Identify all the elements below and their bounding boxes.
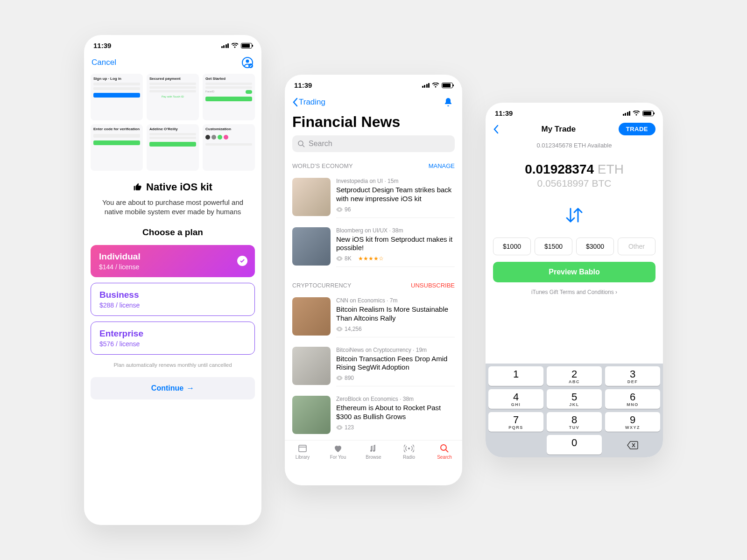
preview-grid: Sign up · Log in Secured paymentPay with… — [84, 74, 261, 171]
news-item[interactable]: ZeroBlock on Economics · 38m Ethereum is… — [285, 391, 462, 440]
news-item[interactable]: Investopedia on UI · 15m Setproduct Desi… — [285, 173, 462, 223]
chip-other[interactable]: Other — [618, 238, 655, 255]
preview-card: Secured paymentPay with Touch ID — [147, 74, 199, 120]
plan-business[interactable]: Business $288 / license — [91, 283, 255, 316]
page-title: Native iOS kit — [84, 181, 261, 193]
search-icon — [298, 140, 305, 147]
key-1[interactable]: 1 — [488, 366, 543, 386]
nav-bar: Cancel — [84, 51, 261, 74]
cancel-button[interactable]: Cancel — [92, 58, 116, 67]
section-header: CRYPTOCURRENCY UNSUBSCRIBE — [285, 272, 462, 293]
chip-1000[interactable]: $1000 — [493, 238, 531, 255]
plan-footer: Plan automatically renews monthly until … — [84, 362, 261, 368]
rating-stars: ★★★★☆ — [358, 255, 384, 262]
trade-button[interactable]: TRADE — [619, 123, 655, 135]
chip-1500[interactable]: $1500 — [535, 238, 572, 255]
svg-point-5 — [370, 450, 372, 452]
key-blank — [488, 435, 543, 455]
primary-amount: 0.01928374 ETH — [486, 162, 663, 177]
phone-trade: 11:39 My Trade TRADE 0.012345678 ETH Ava… — [486, 103, 663, 457]
plan-enterprise[interactable]: Enterprise $576 / license — [91, 322, 255, 355]
preview-card: Enter code for verification — [91, 124, 143, 171]
check-icon — [237, 256, 247, 266]
profile-icon[interactable] — [241, 56, 254, 69]
signal-icon — [623, 111, 631, 116]
key-9[interactable]: 9WXYZ — [605, 412, 660, 432]
signal-icon — [221, 43, 229, 48]
key-2[interactable]: 2ABC — [547, 366, 602, 386]
chip-3000[interactable]: $3000 — [576, 238, 614, 255]
status-bar: 11:39 — [285, 75, 462, 91]
key-4[interactable]: 4GHI — [488, 389, 543, 409]
tab-library[interactable]: Library — [285, 443, 320, 460]
svg-point-1 — [246, 60, 249, 63]
status-time: 11:39 — [294, 81, 312, 89]
tab-browse[interactable]: Browse — [356, 443, 391, 460]
key-backspace[interactable] — [605, 435, 660, 455]
key-3[interactable]: 3DEF — [605, 366, 660, 386]
plan-individual[interactable]: Individual $144 / license — [91, 245, 255, 277]
news-thumb — [292, 396, 331, 434]
nav-bar: Trading — [285, 91, 462, 113]
section-header: WORLD'S ECONOMY MANAGE — [285, 152, 462, 173]
eye-icon — [336, 425, 343, 430]
search-input[interactable]: Search — [292, 135, 455, 152]
back-chevron-icon[interactable] — [493, 125, 499, 134]
chevron-left-icon — [292, 98, 298, 107]
wifi-icon — [633, 111, 640, 116]
manage-button[interactable]: MANAGE — [429, 162, 455, 169]
tab-bar: Library For You Browse Radio Search — [285, 440, 462, 464]
unsubscribe-button[interactable]: UNSUBSCRIBE — [411, 282, 455, 289]
description: You are about to purchase most powerful … — [84, 193, 261, 217]
continue-button[interactable]: Continue → — [91, 377, 255, 399]
key-0[interactable]: 0 — [547, 435, 602, 455]
status-time: 11:39 — [495, 109, 513, 117]
status-bar: 11:39 — [84, 35, 261, 51]
back-button[interactable]: Trading — [292, 98, 325, 107]
bell-icon[interactable] — [442, 96, 455, 109]
available-balance: 0.012345678 ETH Available — [486, 142, 663, 149]
svg-point-6 — [373, 450, 375, 452]
amount-chips: $1000 $1500 $3000 Other — [486, 238, 663, 255]
backspace-icon — [627, 441, 639, 450]
tab-for-you[interactable]: For You — [320, 443, 356, 460]
news-item[interactable]: CNN on Economics · 7m Bitcoin Realism Is… — [285, 293, 462, 342]
preview-card: Customization — [203, 124, 255, 171]
key-7[interactable]: 7PQRS — [488, 412, 543, 432]
wifi-icon — [231, 43, 239, 49]
battery-icon — [241, 43, 252, 49]
page-title: Financial News — [285, 113, 462, 131]
key-6[interactable]: 6MNO — [605, 389, 660, 409]
preview-card: Sign up · Log in — [91, 74, 143, 120]
eye-icon — [336, 256, 343, 261]
thumbs-up-icon — [133, 182, 142, 192]
news-item[interactable]: BitcoiNews on Cryptocurrency · 19m Bitco… — [285, 342, 462, 392]
svg-point-7 — [408, 448, 410, 449]
tab-search[interactable]: Search — [427, 443, 462, 460]
trade-header: My Trade TRADE — [486, 119, 663, 139]
svg-point-8 — [441, 445, 446, 450]
news-thumb — [292, 227, 331, 266]
news-item[interactable]: Bloomberg on UI/UX · 38m New iOS kit fro… — [285, 223, 462, 272]
numeric-keypad: 1 2ABC 3DEF 4GHI 5JKL 6MNO 7PQRS 8TUV 9W… — [486, 364, 663, 457]
eye-icon — [336, 207, 343, 212]
preview-button[interactable]: Preview Bablo — [493, 262, 655, 282]
arrow-right-icon: → — [186, 384, 194, 393]
choose-heading: Choose a plan — [84, 227, 261, 238]
terms-link[interactable]: iTunes Gift Terms and Conditions — [486, 289, 663, 295]
phone-news: 11:39 Trading Financial News Search WORL… — [285, 75, 462, 485]
battery-icon — [642, 111, 654, 116]
signal-icon — [422, 83, 430, 88]
key-5[interactable]: 5JKL — [547, 389, 602, 409]
status-time: 11:39 — [93, 42, 111, 49]
svg-rect-4 — [299, 445, 306, 452]
news-thumb — [292, 347, 331, 385]
plan-list: Individual $144 / license Business $288 … — [84, 238, 261, 357]
swap-icon[interactable] — [486, 202, 663, 228]
status-bar: 11:39 — [486, 103, 663, 119]
eye-icon — [336, 327, 343, 331]
eye-icon — [336, 376, 343, 380]
secondary-amount: 0.05618997 BTC — [486, 178, 663, 189]
key-8[interactable]: 8TUV — [547, 412, 602, 432]
tab-radio[interactable]: Radio — [391, 443, 427, 460]
